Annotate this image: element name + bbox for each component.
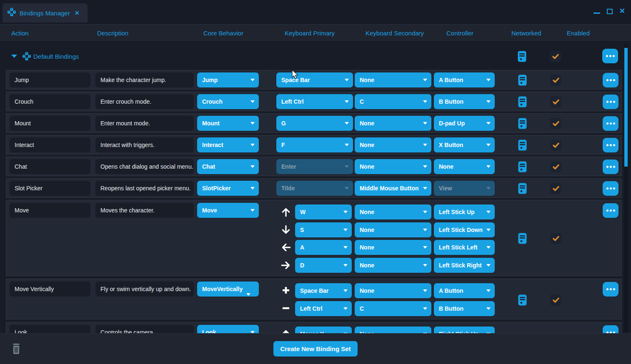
enabled-checkbox[interactable] <box>550 75 561 86</box>
controller-dropdown[interactable]: Left Stick Down <box>434 222 495 237</box>
enabled-checkbox[interactable] <box>550 183 561 194</box>
keyboard-secondary-dropdown[interactable]: None <box>355 204 431 219</box>
core-behavior-dropdown[interactable]: Interact <box>197 137 259 152</box>
description-field[interactable]: Reopens last opened picker menu. <box>95 181 194 196</box>
keyboard-primary-dropdown[interactable]: W <box>295 204 352 219</box>
maximize-icon[interactable] <box>607 9 613 14</box>
keyboard-primary-dropdown[interactable]: G <box>276 116 353 131</box>
create-new-binding-set-button[interactable]: Create New Binding Set <box>273 341 358 357</box>
controller-dropdown[interactable]: Left Stick Left <box>434 240 495 255</box>
description-field[interactable]: Make the character jump. <box>95 72 194 87</box>
keyboard-secondary-dropdown[interactable]: None <box>355 258 431 273</box>
action-name-field[interactable]: Crouch <box>10 94 90 109</box>
controller-dropdown[interactable]: None <box>434 159 495 174</box>
networked-toggle-icon[interactable] <box>518 294 527 306</box>
delete-binding-set-button[interactable] <box>12 344 21 356</box>
keyboard-secondary-dropdown[interactable]: None <box>355 283 431 298</box>
core-behavior-dropdown[interactable]: Jump <box>197 72 259 87</box>
action-name-field[interactable]: Chat <box>10 159 90 174</box>
keyboard-primary-dropdown[interactable]: Space Bar <box>295 283 352 298</box>
keyboard-primary-dropdown[interactable]: D <box>295 258 352 273</box>
enabled-checkbox[interactable] <box>550 118 561 129</box>
row-menu-button[interactable] <box>603 73 618 87</box>
row-menu-button[interactable] <box>603 160 618 174</box>
keyboard-secondary-dropdown[interactable]: None <box>355 327 431 333</box>
action-name-field[interactable]: Move Vertically <box>10 282 90 297</box>
keyboard-secondary-dropdown[interactable]: C <box>355 94 431 109</box>
row-menu-button[interactable] <box>603 116 618 131</box>
core-behavior-dropdown[interactable]: Move <box>197 203 259 218</box>
enabled-checkbox[interactable] <box>550 140 561 151</box>
action-name-field[interactable]: Look <box>10 325 90 333</box>
networked-toggle-icon[interactable] <box>518 183 527 194</box>
row-menu-button[interactable] <box>603 325 618 333</box>
networked-toggle-icon[interactable] <box>518 233 527 244</box>
core-behavior-dropdown[interactable]: MoveVertically <box>197 282 259 297</box>
enabled-checkbox[interactable] <box>550 294 561 306</box>
tab-bindings-manager[interactable]: Bindings Manager ✕ <box>3 3 88 22</box>
controller-dropdown[interactable]: B Button <box>434 94 495 109</box>
keyboard-secondary-dropdown[interactable]: None <box>355 240 431 255</box>
tab-close-icon[interactable]: ✕ <box>75 10 80 16</box>
close-icon[interactable]: ✕ <box>619 8 625 14</box>
controller-dropdown[interactable]: X Button <box>434 137 495 152</box>
keyboard-primary-dropdown[interactable]: A <box>295 240 352 255</box>
enabled-checkbox[interactable] <box>550 51 561 62</box>
description-field[interactable]: Fly or swim vertically up and down. <box>95 282 194 297</box>
group-label[interactable]: Default Bindings <box>33 47 79 66</box>
row-menu-button[interactable] <box>602 49 618 63</box>
keyboard-secondary-dropdown[interactable]: None <box>355 137 431 152</box>
row-menu-button[interactable] <box>603 282 618 297</box>
keyboard-primary-dropdown[interactable]: Space Bar <box>276 72 353 87</box>
core-behavior-dropdown[interactable]: SlotPicker <box>197 181 259 196</box>
keyboard-primary-dropdown[interactable]: S <box>295 222 352 237</box>
collapse-triangle-icon[interactable] <box>11 55 17 58</box>
action-name-field[interactable]: Move <box>10 203 90 218</box>
keyboard-primary-dropdown[interactable]: Left Ctrl <box>276 94 353 109</box>
keyboard-secondary-dropdown[interactable]: None <box>355 116 431 131</box>
networked-toggle-icon[interactable] <box>518 161 527 172</box>
networked-toggle-icon[interactable] <box>518 51 526 62</box>
description-field[interactable]: Opens chat dialog and social menu. <box>95 159 194 174</box>
keyboard-secondary-dropdown[interactable]: Middle Mouse Button <box>355 181 431 196</box>
controller-dropdown[interactable]: B Button <box>434 301 495 316</box>
controller-dropdown[interactable]: A Button <box>434 283 495 298</box>
keyboard-primary-dropdown[interactable]: F <box>276 137 353 152</box>
keyboard-secondary-dropdown[interactable]: None <box>355 159 431 174</box>
description-field[interactable]: Controls the camera. <box>95 325 194 333</box>
keyboard-secondary-dropdown[interactable]: C <box>355 301 431 316</box>
controller-dropdown[interactable]: Left Stick Up <box>434 204 495 219</box>
enabled-checkbox[interactable] <box>550 96 561 107</box>
description-field[interactable]: Moves the character. <box>95 203 194 218</box>
networked-toggle-icon[interactable] <box>518 118 527 129</box>
core-behavior-dropdown[interactable]: Crouch <box>197 94 259 109</box>
core-behavior-dropdown[interactable]: Look <box>197 325 259 333</box>
keyboard-primary-dropdown[interactable]: Left Ctrl <box>295 301 352 316</box>
controller-dropdown[interactable]: D-pad Up <box>434 116 495 131</box>
action-name-field[interactable]: Jump <box>10 72 90 87</box>
keyboard-secondary-dropdown[interactable]: None <box>355 222 431 237</box>
controller-dropdown[interactable]: Right Stick Up <box>434 327 495 333</box>
row-menu-button[interactable] <box>603 203 618 218</box>
networked-toggle-icon[interactable] <box>518 140 527 151</box>
enabled-checkbox[interactable] <box>550 233 561 244</box>
networked-toggle-icon[interactable] <box>518 96 527 107</box>
keyboard-primary-dropdown[interactable]: Mouse Y <box>295 327 352 333</box>
row-menu-button[interactable] <box>603 181 618 196</box>
row-menu-button[interactable] <box>603 95 618 109</box>
enabled-checkbox[interactable] <box>550 161 561 172</box>
row-menu-button[interactable] <box>603 138 618 152</box>
description-field[interactable]: Interact with triggers. <box>95 137 194 152</box>
core-behavior-dropdown[interactable]: Chat <box>197 159 259 174</box>
controller-dropdown[interactable]: A Button <box>434 72 495 87</box>
minimize-icon[interactable] <box>593 12 600 14</box>
core-behavior-dropdown[interactable]: Mount <box>197 116 259 131</box>
scrollbar-thumb[interactable] <box>624 48 628 167</box>
description-field[interactable]: Enter crouch mode. <box>95 94 194 109</box>
action-name-field[interactable]: Interact <box>10 137 90 152</box>
networked-toggle-icon[interactable] <box>518 75 527 86</box>
keyboard-secondary-dropdown[interactable]: None <box>355 72 431 87</box>
action-name-field[interactable]: Mount <box>10 116 90 131</box>
controller-dropdown[interactable]: Left Stick Right <box>434 258 495 273</box>
description-field[interactable]: Enter mount mode. <box>95 116 194 131</box>
